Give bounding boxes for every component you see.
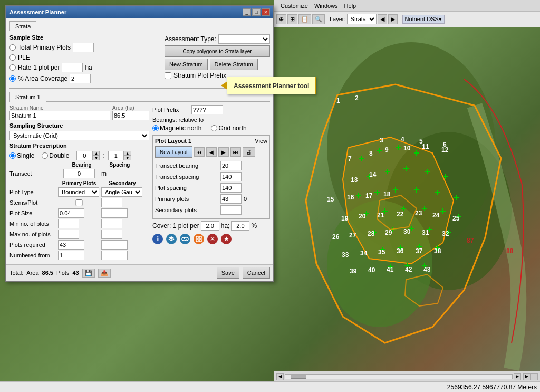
stems-plot-cb-primary[interactable]: [58, 199, 100, 206]
single-radio[interactable]: [9, 152, 16, 159]
svg-text:88: 88: [506, 247, 514, 255]
spinner1-up[interactable]: ▲: [92, 151, 100, 156]
plot-spacing-input[interactable]: [220, 183, 242, 193]
toolbar-btn-2[interactable]: ⊞: [287, 14, 297, 24]
new-layout-btn[interactable]: New Layout: [155, 146, 192, 158]
cross-icon-btn[interactable]: ✕: [207, 234, 218, 244]
numbered-from-input-secondary[interactable]: [101, 251, 128, 260]
rate-radio[interactable]: [9, 64, 16, 71]
toolbar-btn-6[interactable]: ▶: [388, 14, 398, 24]
layer-select[interactable]: Strata: [347, 14, 377, 24]
primary-plots-value-input[interactable]: [220, 194, 242, 204]
info-icon-btn[interactable]: ℹ: [152, 234, 163, 244]
min-plots-input-secondary[interactable]: [101, 219, 122, 228]
nav-first-btn[interactable]: ⏮: [194, 147, 205, 157]
area-coverage-radio[interactable]: [9, 75, 16, 82]
plot-size-label: Plot Size: [9, 210, 57, 216]
transect-bearing-input[interactable]: [63, 169, 95, 178]
cover-value1-input[interactable]: [201, 221, 219, 231]
dialog-max-btn[interactable]: □: [252, 8, 261, 16]
menu-customize[interactable]: Customize: [277, 2, 311, 10]
plot-size-input-primary[interactable]: [58, 208, 84, 218]
double-radio[interactable]: [42, 152, 48, 159]
scroll-right-btn[interactable]: ▶: [514, 373, 521, 380]
plot-prefix-input[interactable]: [191, 105, 223, 114]
assessment-type-select[interactable]: [218, 34, 270, 44]
pause-btn[interactable]: ⏸: [531, 373, 538, 380]
grid-icon-btn[interactable]: [194, 234, 204, 244]
tab-strata[interactable]: Strata: [9, 21, 36, 31]
mag-north-radio[interactable]: [152, 125, 159, 131]
numbered-from-input-primary[interactable]: [58, 251, 84, 260]
dialog-footer: Total: Area 86.5 Plots 43 💾 📤 Save Cance…: [6, 264, 273, 281]
plot-type-select-secondary[interactable]: Angle Gaug▾: [101, 187, 142, 197]
plots-required-input-secondary[interactable]: [101, 240, 128, 250]
link-icon-btn[interactable]: [180, 234, 190, 244]
print-btn[interactable]: 🖨: [243, 147, 255, 157]
transect-bearing-value-input[interactable]: [220, 161, 242, 170]
toolbar-btn-1[interactable]: ⊕: [276, 14, 286, 24]
max-plots-input-secondary[interactable]: [101, 230, 122, 239]
export-icon-btn[interactable]: 📤: [98, 269, 111, 278]
delete-stratum-btn[interactable]: Delete Stratum: [210, 59, 258, 70]
grid-north-radio[interactable]: [211, 125, 217, 131]
spinner2-up[interactable]: ▲: [124, 151, 131, 156]
toolbar-btn-3[interactable]: 📋: [298, 14, 311, 24]
total-primary-input[interactable]: [73, 43, 94, 52]
assessment-type-row: Assessment Type:: [165, 34, 270, 44]
dialog-close-btn[interactable]: ✕: [262, 8, 270, 16]
secondary-plots-input[interactable]: [220, 205, 242, 215]
max-plots-input-primary[interactable]: [58, 230, 79, 239]
stratum-plot-prefix-cb[interactable]: [165, 72, 171, 79]
nav-last-btn[interactable]: ⏭: [230, 147, 241, 157]
save-btn[interactable]: Save: [217, 267, 239, 279]
horizontal-scrollbar[interactable]: [285, 374, 513, 379]
area-coverage-input[interactable]: [70, 74, 91, 83]
min-plots-input-primary[interactable]: [58, 219, 79, 228]
cancel-btn[interactable]: Cancel: [243, 267, 270, 279]
spinner2-input[interactable]: [108, 151, 124, 160]
stratum-tab[interactable]: Stratum 1: [9, 92, 46, 102]
transect-spacing-input[interactable]: [220, 172, 242, 181]
toolbar-btn-4[interactable]: 🔍: [312, 14, 325, 24]
layers-icon-btn[interactable]: [166, 234, 177, 244]
play-btn[interactable]: ▶: [523, 373, 531, 380]
nutrient-dss[interactable]: Nutrient DSS▾: [402, 15, 445, 24]
rate-input[interactable]: [62, 63, 83, 72]
svg-text:17: 17: [365, 192, 373, 199]
stems-plot-input-primary[interactable]: [101, 198, 122, 207]
menu-help[interactable]: Help: [341, 2, 360, 10]
plot-size-input-secondary[interactable]: [101, 208, 128, 218]
dialog-min-btn[interactable]: _: [243, 8, 251, 16]
menu-windows[interactable]: Windows: [311, 2, 341, 10]
scroll-thumb[interactable]: [291, 375, 306, 379]
ple-radio[interactable]: [9, 54, 16, 61]
save-icon-btn[interactable]: 💾: [82, 269, 95, 278]
plot-spacing-label: Plot spacing: [155, 185, 218, 191]
stratum-area-input[interactable]: [112, 111, 149, 120]
sampling-structure-select[interactable]: Systematic (Grid): [9, 131, 149, 140]
new-stratum-btn[interactable]: New Stratum: [165, 59, 208, 70]
svg-text:13: 13: [351, 176, 358, 184]
total-primary-radio[interactable]: [9, 44, 16, 51]
left-column: Stratum Name Area (ha) Sampling Structur…: [9, 105, 149, 261]
copy-polygons-btn[interactable]: Copy polygons to Strata layer: [165, 45, 270, 57]
dialog-titlebar: Assessment Planner _ □ ✕: [6, 6, 273, 18]
svg-text:38: 38: [434, 247, 441, 255]
spinner1-down[interactable]: ▼: [92, 156, 100, 160]
nav-next-btn[interactable]: ▶: [218, 147, 229, 157]
plot-type-select-primary[interactable]: Bounded: [58, 187, 99, 197]
nav-prev-btn[interactable]: ◀: [206, 147, 217, 157]
star-icon-btn[interactable]: ★: [221, 234, 232, 244]
svg-text:22: 22: [397, 211, 404, 218]
toolbar-btn-5[interactable]: ◀: [378, 14, 387, 24]
cover-value2-input[interactable]: [231, 221, 249, 231]
plots-required-input-primary[interactable]: [58, 240, 84, 250]
tooltip-arrow: [221, 81, 227, 90]
stratum-name-input[interactable]: [9, 111, 110, 120]
svg-text:2: 2: [355, 94, 359, 102]
scroll-left-btn[interactable]: ◀: [276, 373, 284, 380]
spinner1-input[interactable]: [76, 151, 92, 160]
layout-header: Plot Layout 1 View: [155, 138, 267, 144]
spinner2-down[interactable]: ▼: [124, 156, 131, 160]
